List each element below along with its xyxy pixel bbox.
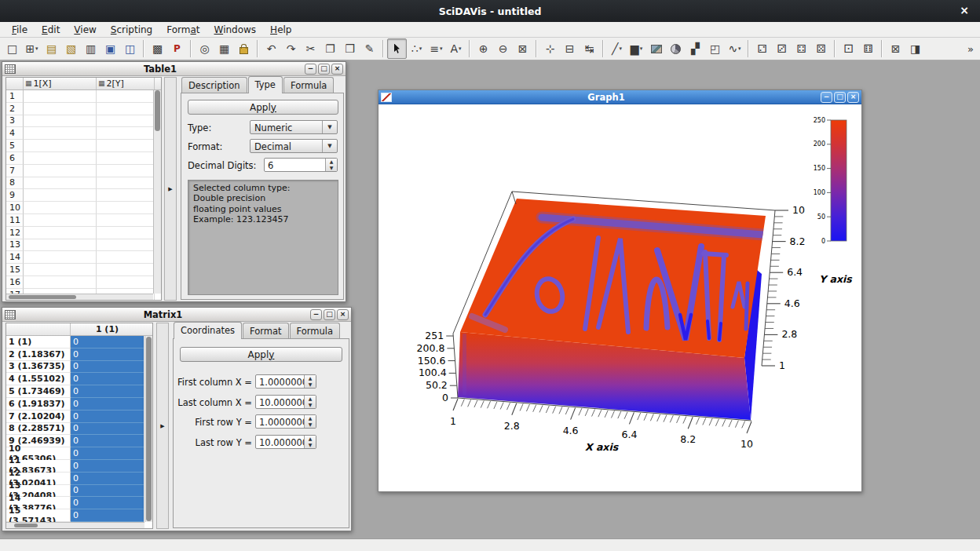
spin-arrows[interactable]: ▲▼	[325, 159, 337, 171]
plot-image-button[interactable]	[646, 38, 666, 59]
menu-item-windows[interactable]: Windows	[207, 23, 264, 37]
table1-hscrollbar[interactable]	[6, 294, 153, 300]
project-explorer-button[interactable]: ◎	[195, 38, 214, 59]
row-number-cell[interactable]: 13	[6, 239, 24, 252]
table1-column-header[interactable]: ▦2[Y]	[97, 78, 155, 89]
open-project-button[interactable]: ▤	[42, 38, 61, 59]
data-reader-button[interactable]: ⊹	[540, 38, 560, 59]
spin-down-icon[interactable]: ▼	[305, 402, 316, 408]
row-number-cell[interactable]: 2	[6, 103, 24, 115]
redo-button[interactable]: ↷	[281, 38, 301, 59]
table-cell[interactable]	[97, 276, 155, 289]
coord-field-spinbox[interactable]: 1.00000000▲▼	[255, 414, 316, 429]
scatter-tool-button[interactable]: ∴▾	[407, 38, 426, 59]
spin-arrows[interactable]: ▲▼	[304, 436, 316, 448]
table-cell[interactable]	[24, 202, 97, 214]
spin-down-icon[interactable]: ▼	[305, 421, 316, 428]
spin-down-icon[interactable]: ▼	[305, 381, 316, 388]
plot3d-scatter-button[interactable]: ⚃	[792, 38, 811, 59]
matrix1-tab-format[interactable]: Format	[243, 323, 289, 339]
plot-box-button[interactable]: ◰	[705, 38, 725, 59]
show-table-view-button[interactable]: ▦	[214, 38, 234, 59]
table-cell[interactable]	[24, 214, 97, 227]
matrix1-hscrollbar[interactable]	[6, 522, 144, 528]
zoom-in-button[interactable]: ⊕	[474, 38, 493, 59]
add-text-button[interactable]: A▾	[446, 38, 466, 59]
row-number-cell[interactable]: 14	[6, 251, 24, 264]
save-project-button[interactable]: ▣	[101, 38, 120, 59]
matrix-cell[interactable]: 0	[71, 385, 144, 398]
graph1-titlebar[interactable]: Graph1 −□×	[378, 90, 861, 104]
matrix-cell[interactable]: 0	[71, 460, 144, 473]
matrix-cell[interactable]: 0	[71, 373, 144, 385]
table-cell[interactable]	[24, 115, 97, 128]
menu-item-format[interactable]: Format	[159, 23, 207, 37]
row-number-cell[interactable]: 3	[6, 115, 24, 128]
table1-tab-formula[interactable]: Formula	[283, 77, 335, 93]
plot3d-trajectory-button[interactable]: ⚀	[839, 38, 858, 59]
row-number-cell[interactable]: 16	[6, 276, 24, 289]
table-cell[interactable]	[97, 202, 155, 214]
table-cell[interactable]	[24, 189, 97, 202]
row-number-cell[interactable]: 9	[6, 189, 24, 202]
table-cell[interactable]	[97, 251, 155, 264]
table-cell[interactable]	[97, 165, 155, 177]
export-pdf-button[interactable]: P	[167, 38, 187, 59]
matrix-cell[interactable]: 0	[71, 509, 144, 522]
menu-item-help[interactable]: Help	[263, 23, 298, 37]
table1-maximize-button[interactable]: □	[318, 64, 330, 75]
plot3d-surface-button[interactable]: ⚄	[811, 38, 831, 59]
matrix-cell[interactable]: 0	[71, 361, 144, 374]
matrix-cell[interactable]: 0	[71, 423, 144, 436]
row-number-cell[interactable]: 8	[6, 177, 24, 190]
table-cell[interactable]	[97, 214, 155, 227]
matrix-row-header[interactable]: 7 (2.10204)	[6, 411, 71, 423]
table-to-matrix-button[interactable]: ⊠	[886, 38, 905, 59]
table-cell[interactable]	[97, 152, 155, 165]
plot3d-ribbon-button[interactable]: ⚁	[752, 38, 772, 59]
table-cell[interactable]	[24, 264, 97, 276]
matrix1-corner-cell[interactable]	[6, 323, 71, 335]
matrix-row-header[interactable]: 3 (1.36735)	[6, 361, 71, 374]
draw-line-button[interactable]: ╱▾	[607, 38, 627, 59]
table-cell[interactable]	[24, 103, 97, 115]
plot3d-bars-button[interactable]: ⚂	[772, 38, 792, 59]
table-cell[interactable]	[24, 239, 97, 252]
pointer-tool-button[interactable]	[387, 38, 407, 59]
table1-vscrollbar[interactable]	[153, 90, 161, 294]
table1-column-header[interactable]: ▦1[X]	[24, 78, 97, 89]
coord-field-spinbox[interactable]: 10.00000000▲▼	[255, 395, 316, 409]
matrix-cell[interactable]: 0	[71, 398, 144, 411]
decimal-digits-spinbox[interactable]: 6 ▲▼	[264, 158, 338, 172]
matrix1-titlebar[interactable]: Matrix1 −□×	[2, 308, 351, 322]
table1-grid[interactable]: ▦1[X]▦2[Y]1234567891011121314151617	[5, 77, 162, 301]
matrix-row-header[interactable]: 8 (2.28571)	[6, 423, 71, 436]
matrix1-panel-collapse-strip[interactable]: ▶	[156, 323, 169, 529]
apply-button[interactable]: Apply	[180, 347, 342, 362]
matrix-cell[interactable]: 0	[71, 411, 144, 423]
row-number-cell[interactable]: 4	[6, 127, 24, 140]
plot-pie-button[interactable]	[666, 38, 686, 59]
table1-titlebar[interactable]: Table1 −□×	[2, 62, 346, 76]
undo-button[interactable]: ↶	[261, 38, 281, 59]
table-cell[interactable]	[97, 115, 155, 128]
matrix-row-header[interactable]: 5 (1.73469)	[6, 385, 71, 398]
spin-up-icon[interactable]: ▲	[305, 396, 316, 402]
plot-special-button[interactable]: ∿▾	[725, 38, 744, 59]
row-number-cell[interactable]: 5	[6, 140, 24, 152]
plot-columns-button[interactable]: ▆▾	[627, 38, 646, 59]
matrix-cell[interactable]: 0	[71, 447, 144, 460]
menu-item-edit[interactable]: Edit	[35, 23, 67, 37]
coord-field-spinbox[interactable]: 1.00000000▲▼	[255, 374, 316, 389]
table-cell[interactable]	[97, 103, 155, 115]
copy-selection-button[interactable]: ❐	[320, 38, 340, 59]
matrix1-column-header[interactable]: 1 (1)	[71, 323, 144, 335]
table1-close-button[interactable]: ×	[331, 64, 343, 75]
graph1-maximize-button[interactable]: □	[834, 92, 846, 103]
table-cell[interactable]	[97, 127, 155, 140]
save-template-button[interactable]: ◫	[120, 38, 140, 59]
cut-selection-button[interactable]: ✂	[301, 38, 320, 59]
table-cell[interactable]	[97, 177, 155, 190]
matrix-cell[interactable]: 0	[71, 485, 144, 498]
graph1-close-button[interactable]: ×	[847, 92, 859, 103]
